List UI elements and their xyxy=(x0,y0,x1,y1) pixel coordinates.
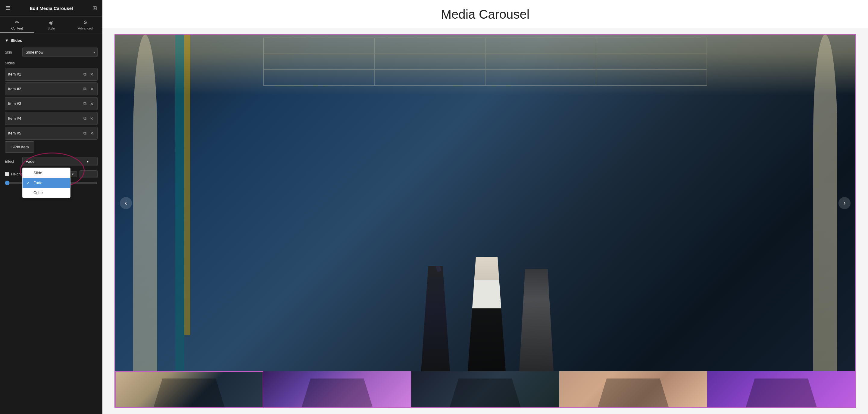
slide-5-delete-button[interactable]: ✕ xyxy=(89,130,94,136)
thumbnail-4[interactable] xyxy=(559,371,708,407)
apps-grid-icon: ⊞ xyxy=(92,5,97,11)
effect-dropdown-trigger[interactable]: Fade ▾ xyxy=(22,157,98,166)
slide-item: Item #3 ⧉ ✕ xyxy=(5,97,98,110)
next-arrow-icon: › xyxy=(843,199,845,207)
effect-chevron-icon: ▾ xyxy=(87,159,89,164)
thumb-2-inner xyxy=(263,371,411,407)
carousel-title: Media Carousel xyxy=(115,7,856,22)
ceiling-cell xyxy=(485,54,596,70)
thumbnail-2[interactable] xyxy=(263,371,411,407)
slide-item-5-actions: ⧉ ✕ xyxy=(83,130,94,136)
figure-3 xyxy=(514,269,559,371)
effect-option-fade[interactable]: ✓ Fade xyxy=(23,178,70,188)
effect-value: Fade xyxy=(26,159,35,164)
slide-item-label-3: Item #3 xyxy=(8,101,83,106)
slide-4-copy-button[interactable]: ⧉ xyxy=(83,115,87,122)
effect-option-slide[interactable]: Slide xyxy=(23,168,70,178)
tab-content-label: Content xyxy=(11,27,23,30)
left-panel: ☰ Edit Media Carousel ⊞ ✏ Content ◉ Styl… xyxy=(0,0,102,414)
prev-arrow-button[interactable]: ‹ xyxy=(120,197,132,209)
tabs-row: ✏ Content ◉ Style ⚙ Advanced xyxy=(0,16,102,33)
thumb-1-inner xyxy=(115,371,263,407)
slide-item-label-4: Item #4 xyxy=(8,116,83,120)
slide-item-2-actions: ⧉ ✕ xyxy=(83,86,94,92)
style-icon: ◉ xyxy=(49,20,53,25)
content-title-area: Media Carousel xyxy=(102,0,868,28)
effect-option-cube-label: Cube xyxy=(33,191,43,195)
slide-3-delete-button[interactable]: ✕ xyxy=(89,101,94,107)
thumbnail-3[interactable] xyxy=(411,371,559,407)
hamburger-button[interactable]: ☰ xyxy=(5,4,11,12)
section-label: Slides xyxy=(10,38,22,43)
thumb-4-inner xyxy=(559,371,708,407)
skin-select[interactable]: Slideshow xyxy=(22,47,98,57)
tab-style-label: Style xyxy=(48,27,55,30)
thumbnail-1[interactable] xyxy=(115,371,263,407)
slide-item: Item #2 ⧉ ✕ xyxy=(5,82,98,95)
ceiling-cell xyxy=(374,54,485,70)
ceiling-cell xyxy=(485,38,596,54)
slide-item-3-actions: ⧉ ✕ xyxy=(83,101,94,107)
content-icon: ✏ xyxy=(15,20,19,25)
ceiling-cell xyxy=(264,54,374,70)
effect-row: Effect Fade ▾ Slide ✓ Fade xyxy=(5,157,98,166)
effect-option-fade-label: Fade xyxy=(33,180,42,185)
slide-figures xyxy=(115,68,855,371)
tab-advanced[interactable]: ⚙ Advanced xyxy=(68,16,102,33)
ceiling-cell xyxy=(374,38,485,54)
slide-item-label-1: Item #1 xyxy=(8,72,83,76)
main-slide: ‹ › xyxy=(115,35,855,371)
height-label: ⬜ Height xyxy=(5,172,22,176)
slide-5-copy-button[interactable]: ⧉ xyxy=(83,130,87,136)
effect-dropdown-wrapper: Fade ▾ Slide ✓ Fade Cube xyxy=(22,157,98,166)
ceiling-cell xyxy=(596,38,707,54)
tab-content[interactable]: ✏ Content xyxy=(0,16,34,33)
next-arrow-button[interactable]: › xyxy=(838,197,850,209)
slide-item: Item #4 ⧉ ✕ xyxy=(5,112,98,125)
slides-section-header[interactable]: ▼ Slides xyxy=(5,38,98,43)
add-item-button[interactable]: + Add Item xyxy=(5,141,34,152)
slide-item: Item #1 ⧉ ✕ xyxy=(5,68,98,81)
slide-2-delete-button[interactable]: ✕ xyxy=(89,86,94,92)
figure-1 xyxy=(411,266,460,371)
skin-label: Skin xyxy=(5,50,20,55)
slide-item-label-2: Item #2 xyxy=(8,87,83,91)
main-content: Media Carousel xyxy=(102,0,868,414)
ceiling-cell xyxy=(264,38,374,54)
tab-advanced-label: Advanced xyxy=(78,27,93,30)
slides-label: Slides xyxy=(5,61,98,65)
effect-popup: Slide ✓ Fade Cube xyxy=(22,168,70,198)
carousel-area: ‹ › xyxy=(102,28,868,414)
effect-option-slide-label: Slide xyxy=(33,171,42,175)
effect-option-cube[interactable]: Cube xyxy=(23,188,70,198)
slide-item-1-actions: ⧉ ✕ xyxy=(83,71,94,77)
slide-item: Item #5 ⧉ ✕ xyxy=(5,127,98,140)
slide-1-copy-button[interactable]: ⧉ xyxy=(83,71,87,77)
slide-2-copy-button[interactable]: ⧉ xyxy=(83,86,87,92)
slide-item-label-5: Item #5 xyxy=(8,131,83,135)
slide-3-copy-button[interactable]: ⧉ xyxy=(83,101,87,107)
slide-item-4-actions: ⧉ ✕ xyxy=(83,115,94,122)
thumbnail-5[interactable] xyxy=(707,371,855,407)
advanced-icon: ⚙ xyxy=(83,20,87,25)
thumbnail-strip xyxy=(115,371,855,407)
tab-style[interactable]: ◉ Style xyxy=(34,16,68,33)
panel-body: ▼ Slides Skin Slideshow ▾ Slides Item #1… xyxy=(0,33,102,414)
height-label-text: Height xyxy=(11,172,22,176)
carousel-wrapper: ‹ › xyxy=(115,34,856,408)
apps-grid-button[interactable]: ⊞ xyxy=(92,4,98,12)
slide-background xyxy=(115,35,855,371)
skin-row: Skin Slideshow ▾ xyxy=(5,47,98,57)
slide-1-delete-button[interactable]: ✕ xyxy=(89,71,94,77)
effect-label: Effect xyxy=(5,160,20,164)
monitor-icon: ⬜ xyxy=(5,172,9,176)
add-item-label: + Add Item xyxy=(10,145,29,149)
panel-header: ☰ Edit Media Carousel ⊞ xyxy=(0,0,102,16)
panel-title: Edit Media Carousel xyxy=(30,6,73,11)
slide-4-delete-button[interactable]: ✕ xyxy=(89,115,94,122)
height-input[interactable] xyxy=(80,170,98,178)
fade-checkmark: ✓ xyxy=(27,181,31,185)
hand-up xyxy=(430,242,441,272)
section-arrow: ▼ xyxy=(5,38,9,43)
hamburger-icon: ☰ xyxy=(5,5,10,11)
